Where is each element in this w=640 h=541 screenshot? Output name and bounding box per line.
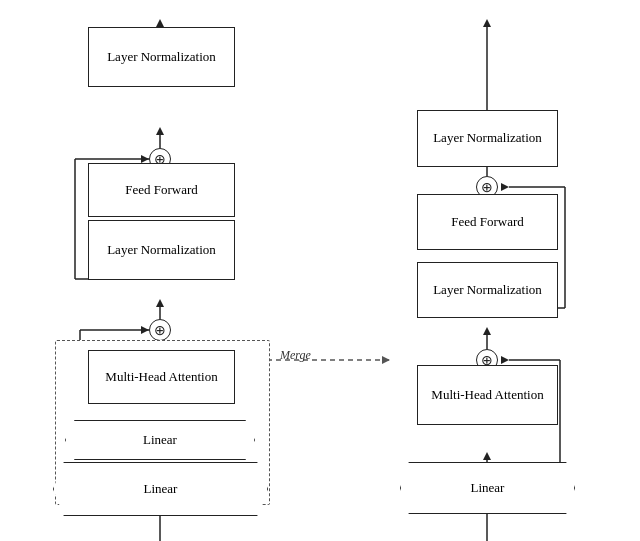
linear-bottom-left: Linear	[53, 462, 268, 516]
svg-marker-11	[141, 326, 149, 334]
linear-top-left: Linear	[65, 420, 255, 460]
merge-label: Merge	[280, 348, 311, 363]
svg-marker-29	[483, 452, 491, 460]
layer-norm-top-right: Layer Normalization	[417, 110, 558, 167]
svg-marker-35	[501, 356, 509, 364]
svg-marker-45	[501, 183, 509, 191]
svg-marker-49	[483, 19, 491, 27]
svg-marker-20	[141, 155, 149, 163]
layer-norm-top-left: Layer Normalization	[88, 27, 235, 87]
svg-marker-51	[382, 356, 390, 364]
diagram: Layer Normalization ⊕ Feed Forward Layer…	[0, 0, 640, 541]
multi-head-attention-left: Multi-Head Attention	[88, 350, 235, 404]
svg-marker-25	[156, 19, 164, 27]
multi-head-attention-right: Multi-Head Attention	[417, 365, 558, 425]
linear-right: Linear	[400, 462, 575, 514]
layer-norm-mid-right: Layer Normalization	[417, 262, 558, 318]
add-circle-mid-left: ⊕	[149, 319, 171, 341]
svg-marker-37	[483, 327, 491, 335]
layer-norm-mid-left: Layer Normalization	[88, 220, 235, 280]
feed-forward-right: Feed Forward	[417, 194, 558, 250]
feed-forward-left: Feed Forward	[88, 163, 235, 217]
svg-marker-13	[156, 299, 164, 307]
svg-marker-23	[156, 127, 164, 135]
